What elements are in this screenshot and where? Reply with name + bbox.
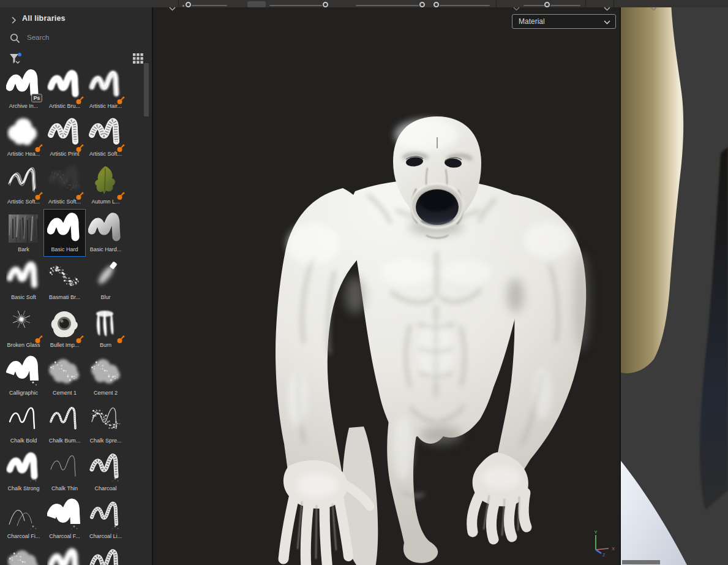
brush-item-label: Charcoal <box>85 485 126 491</box>
grid-view-icon[interactable] <box>133 53 143 64</box>
toolbar-slider-handle[interactable] <box>186 2 191 7</box>
brush-item-label: Cement 1 <box>44 390 85 396</box>
toolbar-slider-track[interactable] <box>523 5 544 6</box>
brush-thumbnail <box>88 450 122 484</box>
brush-item-cement-2[interactable]: Cement 2 <box>85 353 126 400</box>
brush-item-broken-glass[interactable]: Broken Glass <box>3 305 44 352</box>
brush-thumbnail <box>88 354 122 389</box>
brush-item-partial[interactable] <box>85 544 126 565</box>
brush-thumbnail <box>6 498 40 532</box>
toolbar-slider-track[interactable] <box>269 5 322 6</box>
toolbar-slider-track[interactable] <box>192 5 227 6</box>
brush-item-charcoal-li[interactable]: Charcoal Li... <box>85 496 126 543</box>
brush-library-panel: All libraries Archive In...PsArtistic Br… <box>0 7 152 565</box>
toolbar-slider-handle[interactable] <box>544 2 550 7</box>
toolbar-slider-handle[interactable] <box>419 2 425 7</box>
brush-item-label: Cement 2 <box>85 390 126 396</box>
filter-funnel-icon[interactable] <box>9 53 23 66</box>
brush-grid: Archive In...PsArtistic Bru...Artistic H… <box>3 66 127 565</box>
brush-item-chalk-bold[interactable]: Chalk Bold <box>3 401 44 447</box>
brush-thumbnail <box>6 354 40 389</box>
brush-item-artistic-soft[interactable]: Artistic Soft... <box>44 162 85 208</box>
paint-brush-badge-icon <box>34 335 43 344</box>
chevron-right-icon[interactable] <box>12 17 17 24</box>
brush-item-basmati-br[interactable]: Basmati Br... <box>44 257 85 304</box>
paint-brush-badge-icon <box>34 143 43 153</box>
toolbar-slider-track[interactable] <box>550 5 580 6</box>
material-dropdown-value: Material <box>519 17 545 26</box>
brush-item-artistic-print[interactable]: Artistic Print <box>44 114 85 161</box>
pale-model-surface <box>621 461 687 565</box>
brush-item-bark[interactable]: Bark <box>3 210 44 256</box>
toolbar-slider-track[interactable] <box>440 5 490 6</box>
search-icon <box>10 33 20 44</box>
chevron-down-icon[interactable] <box>169 2 176 13</box>
chevron-down-icon[interactable] <box>650 2 657 13</box>
toolbar-slider-track[interactable] <box>356 5 419 6</box>
brush-item-label: Basic Soft <box>3 294 44 300</box>
viewport-canvas[interactable]: Material Y X Z <box>153 7 620 565</box>
paint-brush-badge-icon <box>75 335 84 344</box>
brush-thumbnail <box>47 498 81 532</box>
brush-item-label: Chalk Thin <box>44 485 85 491</box>
brush-item-autumn-l[interactable]: Autumn L... <box>85 162 126 208</box>
brush-thumbnail <box>88 259 122 293</box>
search-row <box>0 32 152 47</box>
brush-item-burn[interactable]: Burn <box>85 305 126 352</box>
brush-item-artistic-hair[interactable]: Artistic Hair... <box>85 66 126 113</box>
chevron-down-icon[interactable] <box>513 2 520 13</box>
paint-brush-badge-icon <box>34 191 43 200</box>
search-input[interactable] <box>26 33 132 42</box>
axis-z-label: Z <box>602 552 606 558</box>
axis-x-label: X <box>612 546 615 552</box>
brush-item-label: Archive In... <box>3 103 44 109</box>
brush-item-basic-hard[interactable]: Basic Hard... <box>85 210 126 256</box>
brush-item-chalk-strong[interactable]: Chalk Strong <box>3 449 44 495</box>
brush-item-charcoal-f[interactable]: Charcoal F... <box>44 496 85 543</box>
brush-item-charcoal-fi[interactable]: Charcoal Fi... <box>3 496 44 543</box>
toolbar-separator <box>178 0 179 7</box>
library-title: All libraries <box>22 14 66 23</box>
brush-item-archive-in[interactable]: Archive In...Ps <box>3 66 44 113</box>
brush-item-artistic-bru[interactable]: Artistic Bru... <box>44 66 85 113</box>
brush-item-basic-soft[interactable]: Basic Soft <box>3 257 44 304</box>
scrollbar-thumb[interactable] <box>144 63 149 116</box>
library-header: All libraries <box>0 12 152 26</box>
chevron-down-icon <box>604 20 610 25</box>
material-dropdown[interactable]: Material <box>512 14 616 29</box>
panel-divider <box>152 0 153 565</box>
toolbar-slider-handle[interactable] <box>323 2 328 7</box>
brush-thumbnail <box>47 402 81 436</box>
brush-item-charcoal[interactable]: Charcoal <box>85 449 126 495</box>
brush-item-chalk-bum[interactable]: Chalk Bum... <box>44 401 85 447</box>
toolbar-tick <box>182 5 184 7</box>
brush-item-label: Blur <box>85 294 126 300</box>
axis-y-label: Y <box>594 529 597 535</box>
brush-item-cement-1[interactable]: Cement 1 <box>44 353 85 400</box>
paint-brush-badge-icon <box>116 335 126 344</box>
brush-item-artistic-hea[interactable]: Artistic Hea... <box>3 114 44 161</box>
brush-item-label: Basic Hard <box>44 246 85 252</box>
axis-gizmo[interactable]: Y X Z <box>585 529 617 563</box>
brush-item-artistic-soft[interactable]: Artistic Soft... <box>3 162 44 208</box>
secondary-viewport[interactable] <box>621 0 728 565</box>
brush-item-partial[interactable] <box>44 544 85 565</box>
secondary-view-surface <box>621 0 728 565</box>
toolbar-button[interactable] <box>247 1 266 7</box>
brush-item-chalk-thin[interactable]: Chalk Thin <box>44 449 85 495</box>
brush-item-label: Charcoal Fi... <box>3 533 44 539</box>
chevron-down-icon[interactable] <box>604 2 610 13</box>
brush-item-blur[interactable]: Blur <box>85 257 126 304</box>
toolbar-slider-handle[interactable] <box>433 2 439 7</box>
viewport-divider <box>620 7 621 565</box>
brush-item-artistic-soft[interactable]: Artistic Soft... <box>85 114 126 161</box>
toolbar-separator <box>585 0 586 7</box>
brush-item-label: Calligraphic <box>3 390 44 396</box>
brush-item-bullet-imp[interactable]: Bullet Imp... <box>44 305 85 352</box>
sculpt-model <box>153 7 620 565</box>
brush-thumbnail <box>47 211 81 245</box>
brush-item-basic-hard[interactable]: Basic Hard <box>44 210 85 256</box>
brush-item-calligraphic[interactable]: Calligraphic <box>3 353 44 400</box>
brush-item-chalk-spre[interactable]: Chalk Spre... <box>85 401 126 447</box>
brush-item-partial[interactable] <box>3 544 44 565</box>
